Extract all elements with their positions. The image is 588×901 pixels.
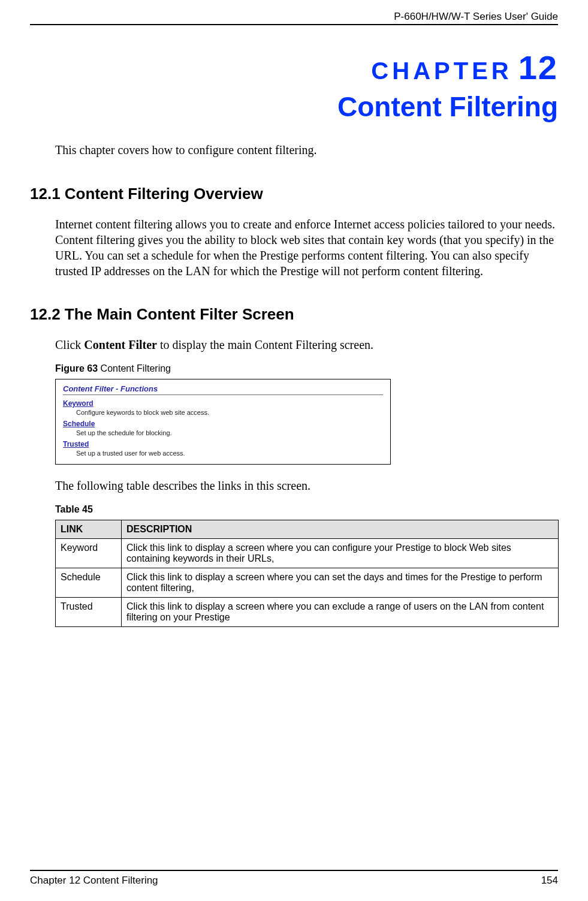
- figure-divider: [63, 394, 383, 396]
- section-12-2-lead: Click Content Filter to display the main…: [55, 337, 558, 352]
- table-links: LINK DESCRIPTION Keyword Click this link…: [55, 520, 559, 627]
- footer-page-number: 154: [541, 875, 558, 887]
- figure-desc-trusted: Set up a trusted user for web access.: [76, 450, 383, 457]
- figure-desc-schedule: Set up the schedule for blocking.: [76, 429, 383, 436]
- section-12-2-heading: 12.2 The Main Content Filter Screen: [30, 305, 558, 324]
- figure-content-filter-functions: Content Filter - Functions Keyword Confi…: [55, 379, 391, 465]
- table-cell-desc: Click this link to display a screen wher…: [122, 598, 559, 627]
- lead-bold: Content Filter: [84, 338, 157, 351]
- table-cell-link: Schedule: [56, 568, 122, 598]
- figure-link-schedule[interactable]: Schedule: [63, 420, 383, 428]
- chapter-number: 12: [518, 49, 558, 86]
- table-caption: Table 45: [55, 504, 558, 515]
- after-figure-text: The following table describes the links …: [55, 478, 558, 493]
- table-cell-desc: Click this link to display a screen wher…: [122, 539, 559, 568]
- lead-post: to display the main Content Filtering sc…: [157, 338, 373, 351]
- table-cell-link: Keyword: [56, 539, 122, 568]
- figure-link-keyword[interactable]: Keyword: [63, 399, 383, 408]
- figure-desc-keyword: Configure keywords to block web site acc…: [76, 409, 383, 416]
- chapter-title: Content Filtering: [30, 91, 558, 123]
- table-header-link: LINK: [56, 520, 122, 539]
- footer-rule: [30, 870, 558, 871]
- header-rule: [30, 24, 558, 25]
- chapter-label: CHAPTER: [371, 58, 512, 84]
- figure-link-trusted[interactable]: Trusted: [63, 440, 383, 448]
- chapter-intro: This chapter covers how to configure con…: [55, 143, 558, 157]
- figure-panel-title: Content Filter - Functions: [63, 384, 383, 393]
- footer-chapter: Chapter 12 Content Filtering: [30, 875, 158, 887]
- section-12-1-heading: 12.1 Content Filtering Overview: [30, 185, 558, 203]
- page-footer: Chapter 12 Content Filtering 154: [30, 870, 558, 901]
- section-12-1-para: Internet content filtering allows you to…: [55, 216, 558, 279]
- figure-caption: Figure 63 Content Filtering: [55, 363, 558, 374]
- lead-pre: Click: [55, 338, 84, 351]
- table-cell-desc: Click this link to display a screen wher…: [122, 568, 559, 598]
- chapter-block: CHAPTER 12 Content Filtering: [30, 48, 558, 123]
- header-guide-title: P-660H/HW/W-T Series User' Guide: [30, 11, 558, 24]
- table-row: Keyword Click this link to display a scr…: [56, 539, 559, 568]
- table-header-row: LINK DESCRIPTION: [56, 520, 559, 539]
- table-cell-link: Trusted: [56, 598, 122, 627]
- table-row: Trusted Click this link to display a scr…: [56, 598, 559, 627]
- table-row: Schedule Click this link to display a sc…: [56, 568, 559, 598]
- figure-caption-label: Figure 63: [55, 363, 98, 373]
- figure-caption-text: Content Filtering: [98, 363, 171, 373]
- table-header-desc: DESCRIPTION: [122, 520, 559, 539]
